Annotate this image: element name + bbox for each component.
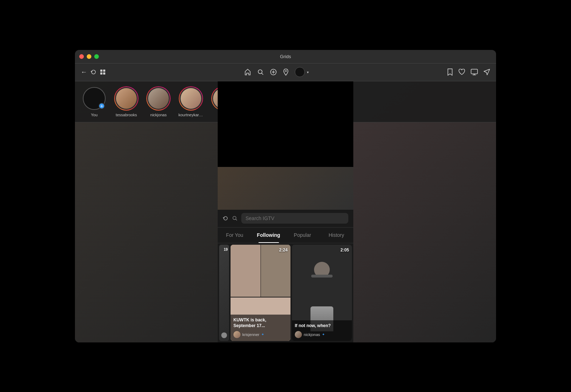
heart-button[interactable] xyxy=(458,69,465,75)
story-avatar-nick xyxy=(148,88,169,109)
igtv-search-icon xyxy=(232,215,238,221)
minimize-button[interactable] xyxy=(87,54,91,59)
svg-rect-0 xyxy=(100,70,102,72)
story-item-tessa[interactable]: tessabrooks xyxy=(114,86,138,117)
partial-duration: 19 xyxy=(224,248,228,251)
story-item-you[interactable]: + You xyxy=(82,86,106,117)
story-avatar-kourtney xyxy=(181,88,201,109)
igtv-panel: For You Following Popular History 19 xyxy=(218,81,353,342)
grid-view-button[interactable] xyxy=(100,69,106,75)
nick-author-name: nickjonas xyxy=(304,332,320,337)
tab-for-you[interactable]: For You xyxy=(218,228,252,243)
igtv-search-input[interactable] xyxy=(241,213,348,224)
partial-author-avatar xyxy=(221,332,227,338)
svg-rect-7 xyxy=(471,69,477,74)
svg-rect-2 xyxy=(100,72,102,75)
tab-popular[interactable]: Popular xyxy=(286,228,319,243)
nick-video-title: If not now, when? xyxy=(295,323,349,329)
story-name-tessa: tessabrooks xyxy=(116,113,137,117)
igtv-tabs: For You Following Popular History xyxy=(218,228,353,243)
profile-pill[interactable]: ▾ xyxy=(295,67,309,77)
story-item-nick[interactable]: nickjonas xyxy=(146,86,171,117)
partial-card-left: 19 xyxy=(219,245,229,341)
add-button[interactable] xyxy=(270,68,277,76)
chevron-down-icon: ▾ xyxy=(307,70,309,74)
content-area: + You tessabrooks nickjonas xyxy=(75,81,496,342)
send-button[interactable] xyxy=(483,68,490,76)
window-title: Grids xyxy=(280,54,291,59)
close-button[interactable] xyxy=(79,54,84,59)
kris-card-info: KUWTK is back, September 17... krisjenne… xyxy=(231,315,290,341)
toolbar-right xyxy=(447,68,490,76)
home-button[interactable] xyxy=(244,68,251,76)
toolbar-left: ← xyxy=(81,68,106,76)
toolbar: ← xyxy=(75,63,496,81)
story-item-kourtney[interactable]: kourtneykard... xyxy=(178,86,203,117)
svg-rect-3 xyxy=(103,72,105,75)
nick-video-author: nickjonas ✦ xyxy=(295,331,349,338)
story-name-you: You xyxy=(91,113,98,117)
igtv-video-player[interactable] xyxy=(218,81,353,167)
traffic-lights xyxy=(79,54,99,59)
igtv-preview-strip xyxy=(218,167,353,210)
nick-headphones xyxy=(311,275,333,278)
add-story-badge: + xyxy=(98,103,105,109)
toolbar-center: ▾ xyxy=(110,67,443,77)
igtv-search-bar xyxy=(218,210,353,228)
maximize-button[interactable] xyxy=(94,54,99,59)
bookmark-button[interactable] xyxy=(447,68,453,76)
nick-card-info: If not now, when? nickjonas ✦ xyxy=(292,320,352,341)
story-name-kourtney: kourtneykard... xyxy=(178,113,203,117)
tv-button[interactable] xyxy=(470,69,478,75)
kris-video-author: krisjenner ✦ xyxy=(233,331,288,338)
refresh-button[interactable] xyxy=(91,69,96,75)
tab-following[interactable]: Following xyxy=(252,228,286,243)
back-button[interactable]: ← xyxy=(81,68,87,76)
search-button[interactable] xyxy=(257,68,264,76)
story-avatar-tessa xyxy=(116,88,137,109)
kris-author-avatar xyxy=(233,331,241,338)
igtv-video-cards: 19 2:24 KUWTK is back, September xyxy=(218,243,353,342)
svg-point-6 xyxy=(285,70,287,72)
igtv-refresh-icon[interactable] xyxy=(223,215,228,221)
titlebar: Grids xyxy=(75,50,496,63)
nick-video-duration: 2:05 xyxy=(340,248,349,253)
preview-image xyxy=(218,167,353,210)
story-name-nick: nickjonas xyxy=(150,113,167,117)
mac-window: Grids ← xyxy=(75,50,496,342)
profile-avatar xyxy=(295,67,305,77)
video-card-kris[interactable]: 2:24 KUWTK is back, September 17... kris… xyxy=(231,245,290,341)
tab-history[interactable]: History xyxy=(319,228,353,243)
nick-author-avatar xyxy=(295,331,302,338)
kris-video-duration: 2:24 xyxy=(279,248,288,253)
video-card-nick[interactable]: 2:05 If not now, when? nickjonas ✦ xyxy=(292,245,352,341)
location-button[interactable] xyxy=(283,68,289,76)
kris-verified-icon: ✦ xyxy=(261,332,264,336)
nick-verified-icon: ✦ xyxy=(322,332,325,336)
svg-rect-1 xyxy=(103,70,105,72)
kris-author-name: krisjenner xyxy=(242,332,259,337)
svg-point-4 xyxy=(258,70,262,74)
kris-video-title: KUWTK is back, September 17... xyxy=(233,317,288,329)
